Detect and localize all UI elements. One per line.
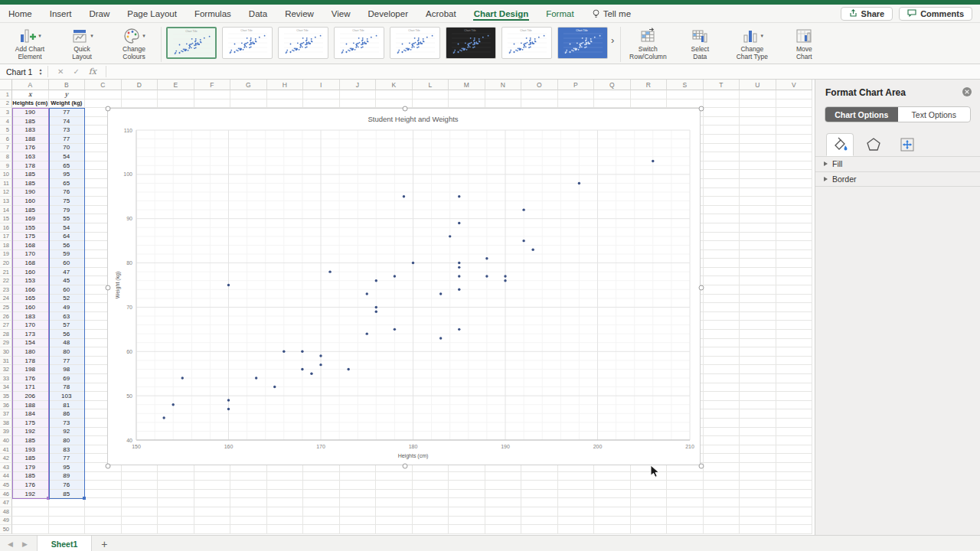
- section-fill[interactable]: Fill: [815, 157, 980, 171]
- cell-J47[interactable]: [340, 498, 377, 507]
- select-data-button[interactable]: SelectData: [678, 25, 722, 61]
- cell-A32[interactable]: 198: [12, 365, 49, 374]
- cell-U19[interactable]: [740, 250, 776, 259]
- cell-A41[interactable]: 193: [12, 445, 49, 455]
- cell-M2[interactable]: [449, 99, 485, 109]
- cell-Q44[interactable]: [594, 472, 631, 481]
- data-point[interactable]: [458, 222, 460, 224]
- cell-B21[interactable]: 47: [49, 268, 86, 277]
- quick-layout-button[interactable]: ▾QuickLayout: [60, 25, 104, 61]
- row-header-15[interactable]: 15: [0, 214, 12, 223]
- data-point[interactable]: [255, 377, 257, 379]
- cell-V16[interactable]: [776, 223, 813, 233]
- cell-G1[interactable]: [230, 90, 267, 99]
- cell-E2[interactable]: [158, 99, 194, 109]
- cell-U7[interactable]: [740, 144, 776, 153]
- name-box-stepper[interactable]: ▲▼: [38, 68, 42, 76]
- row-header-46[interactable]: 46: [0, 490, 12, 499]
- row-header-31[interactable]: 31: [0, 357, 12, 366]
- cell-E48[interactable]: [158, 507, 194, 517]
- row-header-16[interactable]: 16: [0, 223, 12, 233]
- data-point[interactable]: [652, 160, 654, 162]
- cell-U34[interactable]: [740, 383, 776, 393]
- row-header-47[interactable]: 47: [0, 498, 12, 507]
- cell-G44[interactable]: [230, 472, 267, 481]
- cell-V29[interactable]: [776, 339, 813, 348]
- column-header-K[interactable]: K: [376, 80, 413, 90]
- row-header-38[interactable]: 38: [0, 419, 12, 428]
- chart-selection-handle[interactable]: [106, 285, 111, 290]
- cell-U27[interactable]: [740, 321, 776, 330]
- enter-icon[interactable]: ✓: [73, 67, 79, 76]
- cell-B30[interactable]: 80: [49, 347, 86, 357]
- cell-K46[interactable]: [376, 490, 413, 499]
- cell-U13[interactable]: [740, 197, 776, 206]
- cell-U10[interactable]: [740, 170, 776, 179]
- cell-C44[interactable]: [85, 472, 122, 481]
- menu-tab-insert[interactable]: Insert: [49, 6, 73, 21]
- fill-bucket-tab[interactable]: [826, 133, 854, 156]
- cell-A28[interactable]: 173: [12, 330, 49, 339]
- menu-tab-view[interactable]: View: [331, 6, 351, 21]
- cell-V10[interactable]: [776, 170, 813, 179]
- column-header-T[interactable]: T: [704, 80, 740, 90]
- cell-T50[interactable]: [704, 525, 740, 534]
- name-box[interactable]: Chart 1 ▲▼: [0, 64, 47, 79]
- chart-selection-handle[interactable]: [402, 106, 407, 112]
- cell-A8[interactable]: 163: [12, 152, 49, 161]
- data-point[interactable]: [319, 364, 322, 366]
- cell-D45[interactable]: [122, 481, 158, 490]
- row-header-23[interactable]: 23: [0, 285, 12, 295]
- prev-sheet-icon[interactable]: ◀: [8, 540, 13, 548]
- cell-G45[interactable]: [230, 481, 267, 490]
- chart-selection-handle[interactable]: [106, 106, 111, 112]
- cell-A26[interactable]: 183: [12, 312, 49, 321]
- row-header-13[interactable]: 13: [0, 197, 12, 206]
- cell-V13[interactable]: [776, 197, 813, 206]
- cell-T25[interactable]: [704, 303, 740, 312]
- cell-T24[interactable]: [704, 295, 740, 304]
- cell-N50[interactable]: [485, 525, 522, 534]
- cell-V32[interactable]: [776, 365, 813, 374]
- cell-U38[interactable]: [740, 419, 776, 428]
- data-point[interactable]: [227, 399, 230, 401]
- cell-J2[interactable]: [340, 99, 377, 109]
- cell-U22[interactable]: [740, 276, 776, 285]
- cell-E50[interactable]: [158, 525, 194, 534]
- cell-T20[interactable]: [704, 259, 740, 268]
- cell-T6[interactable]: [704, 135, 740, 144]
- cell-F47[interactable]: [194, 498, 231, 507]
- cell-K45[interactable]: [376, 481, 413, 490]
- cell-T38[interactable]: [704, 419, 740, 428]
- row-header-8[interactable]: 8: [0, 152, 12, 161]
- cell-A11[interactable]: 185: [12, 179, 49, 188]
- cell-T15[interactable]: [704, 214, 740, 223]
- column-header-S[interactable]: S: [667, 80, 704, 90]
- row-header-6[interactable]: 6: [0, 135, 12, 144]
- cell-V34[interactable]: [776, 383, 813, 393]
- cell-U16[interactable]: [740, 223, 776, 233]
- cell-B50[interactable]: [49, 525, 86, 534]
- cell-D49[interactable]: [122, 517, 158, 526]
- cell-J50[interactable]: [340, 525, 377, 534]
- column-header-R[interactable]: R: [631, 80, 668, 90]
- cell-A14[interactable]: 185: [12, 206, 49, 215]
- cell-V9[interactable]: [776, 161, 813, 171]
- row-header-25[interactable]: 25: [0, 303, 12, 312]
- cell-B20[interactable]: 60: [49, 259, 86, 268]
- data-point[interactable]: [375, 279, 377, 282]
- column-header-H[interactable]: H: [267, 80, 304, 90]
- cell-T42[interactable]: [704, 454, 740, 463]
- cell-B48[interactable]: [49, 507, 86, 517]
- data-point[interactable]: [504, 279, 506, 282]
- cell-U43[interactable]: [740, 463, 776, 472]
- cell-A22[interactable]: 153: [12, 276, 49, 285]
- cell-A19[interactable]: 170: [12, 250, 49, 259]
- cell-A49[interactable]: [12, 517, 49, 526]
- cell-K49[interactable]: [376, 517, 413, 526]
- cell-U25[interactable]: [740, 303, 776, 312]
- cell-G47[interactable]: [230, 498, 267, 507]
- cell-M1[interactable]: [449, 90, 485, 99]
- cell-T13[interactable]: [704, 197, 740, 206]
- cell-B10[interactable]: 95: [49, 170, 86, 179]
